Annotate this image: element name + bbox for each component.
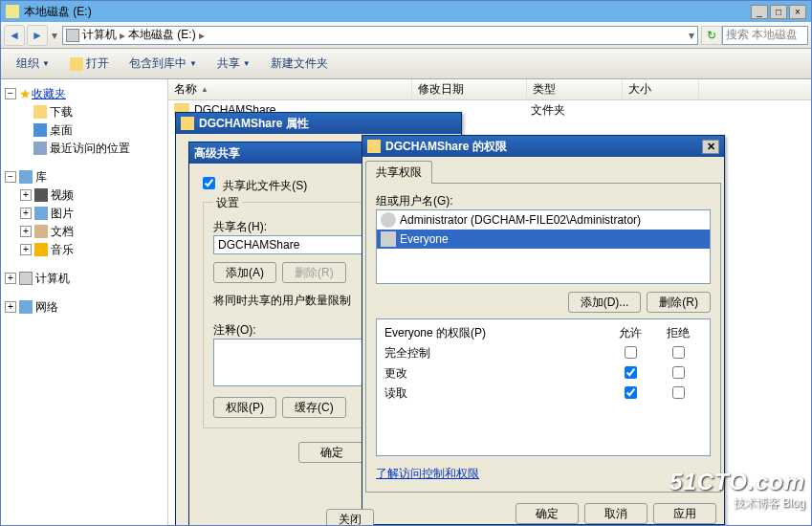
perm-row-fullcontrol: 完全控制 [381, 343, 706, 363]
nav-dropdown-icon[interactable]: ▾ [52, 29, 57, 42]
user-item-selected[interactable]: Everyone [377, 230, 710, 249]
video-icon [34, 188, 48, 202]
dialog-title: DGCHAMShare 属性 [199, 116, 309, 132]
dialog-titlebar[interactable]: DGCHAMShare 属性 [176, 113, 461, 134]
network-node[interactable]: 网络 [35, 299, 58, 316]
folder-icon [33, 105, 47, 119]
deny-read-checkbox[interactable] [672, 386, 685, 399]
expand-toggle[interactable]: + [20, 189, 32, 201]
minimize-button[interactable]: _ [751, 5, 768, 19]
permissions-button[interactable]: 权限(P) [213, 397, 276, 418]
perm-row-change: 更改 [381, 363, 706, 384]
partial-close-button[interactable]: 关闭 [326, 509, 374, 526]
expand-toggle[interactable]: + [20, 244, 32, 255]
include-button[interactable]: 包含到库中▼ [121, 53, 205, 75]
forward-button[interactable]: ► [27, 25, 48, 46]
libraries-node[interactable]: 库 [35, 169, 47, 186]
expand-toggle[interactable]: + [20, 226, 32, 237]
refresh-button[interactable]: ↻ [701, 26, 722, 45]
address-dropdown-icon[interactable]: ▾ [689, 29, 694, 42]
search-input[interactable]: 搜索 本地磁盘 [722, 26, 808, 45]
learn-access-control-link[interactable]: 了解访问控制和权限 [376, 467, 479, 480]
add-share-button[interactable]: 添加(A) [213, 262, 276, 283]
file-type: 文件夹 [531, 102, 626, 119]
col-modified[interactable]: 修改日期 [412, 79, 527, 99]
group-users-label: 组或用户名(G): [376, 193, 711, 209]
picture-icon [34, 207, 48, 220]
close-button[interactable]: × [789, 5, 806, 19]
folder-icon [70, 57, 83, 71]
recent-node[interactable]: 最近访问的位置 [50, 141, 130, 157]
allow-change-checkbox[interactable] [625, 366, 637, 379]
cache-button[interactable]: 缓存(C) [282, 397, 346, 418]
folder-icon [367, 140, 381, 153]
cancel-button[interactable]: 取消 [584, 503, 647, 524]
dialog-titlebar[interactable]: DGCHAMShare 的权限 ✕ [362, 136, 724, 157]
computer-node[interactable]: 计算机 [35, 271, 70, 287]
folder-icon [181, 117, 194, 130]
recent-icon [33, 142, 47, 155]
pictures-node[interactable]: 图片 [51, 206, 74, 222]
chevron-right-icon: ▸ [120, 29, 125, 42]
deny-fullcontrol-checkbox[interactable] [672, 346, 685, 359]
network-icon [19, 300, 33, 314]
back-button[interactable]: ◄ [4, 25, 25, 46]
add-user-button[interactable]: 添加(D)... [568, 292, 642, 313]
remove-share-button[interactable]: 删除(R) [282, 262, 346, 283]
col-name[interactable]: 名称▲ [168, 79, 412, 99]
permissions-dialog: DGCHAMShare 的权限 ✕ 共享权限 组或用户名(G): Adminis… [362, 135, 725, 525]
maximize-button[interactable]: □ [770, 5, 787, 19]
share-folder-checkbox-label: 共享此文件夹(S) [203, 179, 307, 192]
expand-toggle[interactable]: + [20, 208, 32, 219]
allow-read-checkbox[interactable] [625, 386, 637, 399]
nav-row: ◄ ► ▾ 计算机 ▸ 本地磁盘 (E:) ▸ ▾ ↻ 搜索 本地磁盘 [1, 22, 811, 49]
ok-button[interactable]: 确定 [298, 442, 365, 463]
close-button[interactable]: ✕ [702, 140, 719, 154]
share-folder-checkbox[interactable] [203, 177, 215, 189]
address-bar[interactable]: 计算机 ▸ 本地磁盘 (E:) ▸ ▾ [62, 26, 698, 45]
window-title: 本地磁盘 (E:) [24, 4, 92, 20]
downloads-node[interactable]: 下载 [50, 104, 73, 121]
documents-node[interactable]: 文档 [51, 224, 74, 240]
ok-button[interactable]: 确定 [516, 503, 579, 524]
collapse-toggle[interactable]: − [5, 171, 16, 183]
collapse-toggle[interactable]: − [5, 88, 16, 99]
remove-user-button[interactable]: 删除(R) [647, 292, 711, 313]
dialog-title: 高级共享 [194, 145, 240, 162]
allow-fullcontrol-checkbox[interactable] [625, 346, 637, 359]
deny-change-checkbox[interactable] [672, 366, 685, 379]
nav-tree: −★收藏夹 下载 桌面 最近访问的位置 −库 +视频 +图片 +文档 +音乐 +… [1, 79, 168, 525]
favorites-node[interactable]: 收藏夹 [32, 86, 66, 102]
allow-header: 允许 [606, 325, 654, 341]
open-button[interactable]: 打开 [62, 53, 117, 75]
breadcrumb-computer[interactable]: 计算机 [82, 27, 117, 43]
settings-legend: 设置 [213, 195, 242, 211]
share-button[interactable]: 共享▼ [209, 53, 258, 75]
col-type[interactable]: 类型 [527, 79, 623, 99]
perm-for-label: Everyone 的权限(P) [384, 325, 606, 341]
computer-icon [19, 272, 33, 285]
music-node[interactable]: 音乐 [51, 242, 74, 258]
users-listbox[interactable]: Administrator (DGCHAM-FILE02\Administrat… [376, 209, 711, 284]
videos-node[interactable]: 视频 [51, 187, 74, 204]
newfolder-button[interactable]: 新建文件夹 [263, 53, 336, 75]
desktop-icon [33, 123, 47, 137]
tab-share-permissions[interactable]: 共享权限 [365, 161, 432, 184]
deny-header: 拒绝 [654, 325, 702, 341]
toolbar: 组织▼ 打开 包含到库中▼ 共享▼ 新建文件夹 [1, 49, 811, 79]
desktop-node[interactable]: 桌面 [50, 122, 73, 139]
breadcrumb-drive[interactable]: 本地磁盘 (E:) [128, 27, 196, 43]
expand-toggle[interactable]: + [5, 273, 16, 284]
perm-row-read: 读取 [381, 384, 706, 404]
window-titlebar: 本地磁盘 (E:) _ □ × [1, 1, 811, 22]
dialog-title: DGCHAMShare 的权限 [385, 139, 507, 155]
col-size[interactable]: 大小 [623, 79, 699, 99]
drive-icon [66, 29, 79, 42]
chevron-right-icon: ▸ [199, 29, 205, 42]
favorites-icon: ★ [19, 87, 32, 100]
drive-icon [6, 5, 19, 18]
apply-button[interactable]: 应用 [653, 503, 716, 524]
user-item[interactable]: Administrator (DGCHAM-FILE02\Administrat… [377, 210, 710, 230]
organize-button[interactable]: 组织▼ [9, 53, 57, 75]
expand-toggle[interactable]: + [5, 301, 16, 313]
